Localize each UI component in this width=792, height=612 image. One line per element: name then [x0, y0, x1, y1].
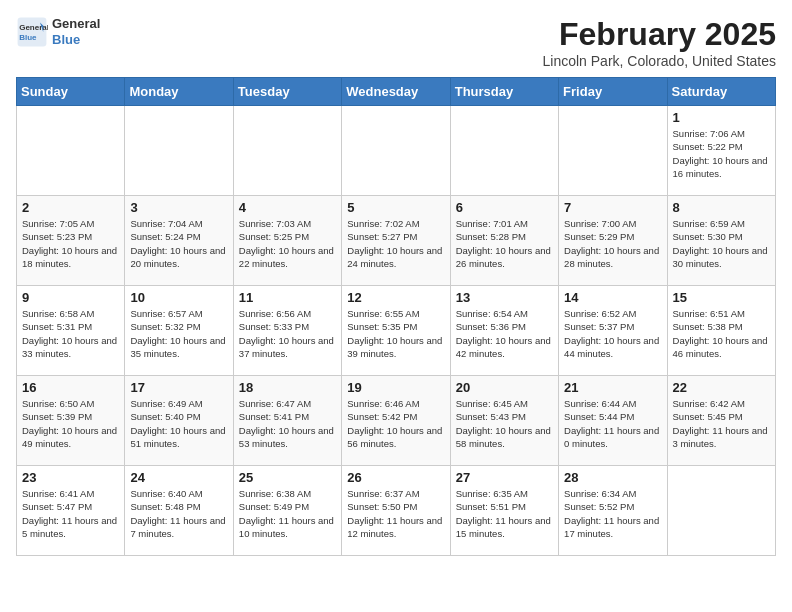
day-info: Sunrise: 7:03 AM Sunset: 5:25 PM Dayligh… — [239, 217, 336, 270]
calendar-cell: 3Sunrise: 7:04 AM Sunset: 5:24 PM Daylig… — [125, 196, 233, 286]
logo-text: General Blue — [52, 16, 100, 47]
day-info: Sunrise: 6:42 AM Sunset: 5:45 PM Dayligh… — [673, 397, 770, 450]
calendar-week-row: 2Sunrise: 7:05 AM Sunset: 5:23 PM Daylig… — [17, 196, 776, 286]
day-number: 21 — [564, 380, 661, 395]
day-number: 9 — [22, 290, 119, 305]
svg-text:General: General — [19, 23, 48, 32]
calendar-cell: 16Sunrise: 6:50 AM Sunset: 5:39 PM Dayli… — [17, 376, 125, 466]
calendar-cell: 8Sunrise: 6:59 AM Sunset: 5:30 PM Daylig… — [667, 196, 775, 286]
day-number: 23 — [22, 470, 119, 485]
day-info: Sunrise: 6:55 AM Sunset: 5:35 PM Dayligh… — [347, 307, 444, 360]
day-info: Sunrise: 7:00 AM Sunset: 5:29 PM Dayligh… — [564, 217, 661, 270]
day-info: Sunrise: 7:05 AM Sunset: 5:23 PM Dayligh… — [22, 217, 119, 270]
calendar-cell — [17, 106, 125, 196]
day-number: 20 — [456, 380, 553, 395]
calendar-cell: 1Sunrise: 7:06 AM Sunset: 5:22 PM Daylig… — [667, 106, 775, 196]
calendar-cell: 28Sunrise: 6:34 AM Sunset: 5:52 PM Dayli… — [559, 466, 667, 556]
day-info: Sunrise: 6:34 AM Sunset: 5:52 PM Dayligh… — [564, 487, 661, 540]
day-number: 12 — [347, 290, 444, 305]
calendar-cell: 18Sunrise: 6:47 AM Sunset: 5:41 PM Dayli… — [233, 376, 341, 466]
day-info: Sunrise: 6:38 AM Sunset: 5:49 PM Dayligh… — [239, 487, 336, 540]
calendar-cell: 4Sunrise: 7:03 AM Sunset: 5:25 PM Daylig… — [233, 196, 341, 286]
calendar-cell: 14Sunrise: 6:52 AM Sunset: 5:37 PM Dayli… — [559, 286, 667, 376]
calendar-cell: 25Sunrise: 6:38 AM Sunset: 5:49 PM Dayli… — [233, 466, 341, 556]
day-info: Sunrise: 6:45 AM Sunset: 5:43 PM Dayligh… — [456, 397, 553, 450]
calendar-cell — [667, 466, 775, 556]
day-info: Sunrise: 7:04 AM Sunset: 5:24 PM Dayligh… — [130, 217, 227, 270]
calendar-cell: 20Sunrise: 6:45 AM Sunset: 5:43 PM Dayli… — [450, 376, 558, 466]
month-title: February 2025 — [543, 16, 776, 53]
day-number: 24 — [130, 470, 227, 485]
weekday-header: Wednesday — [342, 78, 450, 106]
calendar-cell: 24Sunrise: 6:40 AM Sunset: 5:48 PM Dayli… — [125, 466, 233, 556]
day-info: Sunrise: 6:44 AM Sunset: 5:44 PM Dayligh… — [564, 397, 661, 450]
day-number: 5 — [347, 200, 444, 215]
day-info: Sunrise: 6:49 AM Sunset: 5:40 PM Dayligh… — [130, 397, 227, 450]
day-number: 2 — [22, 200, 119, 215]
calendar-cell: 5Sunrise: 7:02 AM Sunset: 5:27 PM Daylig… — [342, 196, 450, 286]
weekday-header: Sunday — [17, 78, 125, 106]
day-info: Sunrise: 6:56 AM Sunset: 5:33 PM Dayligh… — [239, 307, 336, 360]
calendar-cell: 12Sunrise: 6:55 AM Sunset: 5:35 PM Dayli… — [342, 286, 450, 376]
day-number: 6 — [456, 200, 553, 215]
day-number: 1 — [673, 110, 770, 125]
day-info: Sunrise: 6:51 AM Sunset: 5:38 PM Dayligh… — [673, 307, 770, 360]
day-info: Sunrise: 7:01 AM Sunset: 5:28 PM Dayligh… — [456, 217, 553, 270]
calendar-cell: 27Sunrise: 6:35 AM Sunset: 5:51 PM Dayli… — [450, 466, 558, 556]
weekday-header: Monday — [125, 78, 233, 106]
calendar-cell: 6Sunrise: 7:01 AM Sunset: 5:28 PM Daylig… — [450, 196, 558, 286]
day-number: 22 — [673, 380, 770, 395]
day-number: 13 — [456, 290, 553, 305]
calendar-cell: 9Sunrise: 6:58 AM Sunset: 5:31 PM Daylig… — [17, 286, 125, 376]
day-number: 19 — [347, 380, 444, 395]
day-number: 4 — [239, 200, 336, 215]
day-number: 16 — [22, 380, 119, 395]
day-info: Sunrise: 6:59 AM Sunset: 5:30 PM Dayligh… — [673, 217, 770, 270]
day-number: 26 — [347, 470, 444, 485]
day-number: 14 — [564, 290, 661, 305]
day-info: Sunrise: 6:52 AM Sunset: 5:37 PM Dayligh… — [564, 307, 661, 360]
day-number: 3 — [130, 200, 227, 215]
calendar-cell: 22Sunrise: 6:42 AM Sunset: 5:45 PM Dayli… — [667, 376, 775, 466]
calendar-cell — [125, 106, 233, 196]
location-title: Lincoln Park, Colorado, United States — [543, 53, 776, 69]
day-number: 7 — [564, 200, 661, 215]
calendar-cell: 7Sunrise: 7:00 AM Sunset: 5:29 PM Daylig… — [559, 196, 667, 286]
day-info: Sunrise: 7:02 AM Sunset: 5:27 PM Dayligh… — [347, 217, 444, 270]
day-number: 28 — [564, 470, 661, 485]
day-info: Sunrise: 6:47 AM Sunset: 5:41 PM Dayligh… — [239, 397, 336, 450]
calendar-week-row: 16Sunrise: 6:50 AM Sunset: 5:39 PM Dayli… — [17, 376, 776, 466]
svg-text:Blue: Blue — [19, 33, 37, 42]
calendar-week-row: 1Sunrise: 7:06 AM Sunset: 5:22 PM Daylig… — [17, 106, 776, 196]
day-info: Sunrise: 6:46 AM Sunset: 5:42 PM Dayligh… — [347, 397, 444, 450]
calendar: SundayMondayTuesdayWednesdayThursdayFrid… — [16, 77, 776, 556]
weekday-header-row: SundayMondayTuesdayWednesdayThursdayFrid… — [17, 78, 776, 106]
day-info: Sunrise: 6:41 AM Sunset: 5:47 PM Dayligh… — [22, 487, 119, 540]
day-info: Sunrise: 7:06 AM Sunset: 5:22 PM Dayligh… — [673, 127, 770, 180]
header: General Blue General Blue February 2025 … — [16, 16, 776, 69]
logo-general: General — [52, 16, 100, 32]
day-number: 18 — [239, 380, 336, 395]
day-number: 25 — [239, 470, 336, 485]
day-info: Sunrise: 6:37 AM Sunset: 5:50 PM Dayligh… — [347, 487, 444, 540]
title-area: February 2025 Lincoln Park, Colorado, Un… — [543, 16, 776, 69]
day-info: Sunrise: 6:58 AM Sunset: 5:31 PM Dayligh… — [22, 307, 119, 360]
calendar-cell: 21Sunrise: 6:44 AM Sunset: 5:44 PM Dayli… — [559, 376, 667, 466]
calendar-cell — [450, 106, 558, 196]
calendar-cell: 19Sunrise: 6:46 AM Sunset: 5:42 PM Dayli… — [342, 376, 450, 466]
day-number: 15 — [673, 290, 770, 305]
weekday-header: Saturday — [667, 78, 775, 106]
day-info: Sunrise: 6:35 AM Sunset: 5:51 PM Dayligh… — [456, 487, 553, 540]
day-info: Sunrise: 6:40 AM Sunset: 5:48 PM Dayligh… — [130, 487, 227, 540]
calendar-cell: 26Sunrise: 6:37 AM Sunset: 5:50 PM Dayli… — [342, 466, 450, 556]
calendar-cell: 13Sunrise: 6:54 AM Sunset: 5:36 PM Dayli… — [450, 286, 558, 376]
day-info: Sunrise: 6:50 AM Sunset: 5:39 PM Dayligh… — [22, 397, 119, 450]
day-number: 10 — [130, 290, 227, 305]
calendar-cell: 10Sunrise: 6:57 AM Sunset: 5:32 PM Dayli… — [125, 286, 233, 376]
weekday-header: Thursday — [450, 78, 558, 106]
calendar-cell: 17Sunrise: 6:49 AM Sunset: 5:40 PM Dayli… — [125, 376, 233, 466]
day-number: 11 — [239, 290, 336, 305]
calendar-cell — [233, 106, 341, 196]
logo: General Blue General Blue — [16, 16, 100, 48]
calendar-week-row: 9Sunrise: 6:58 AM Sunset: 5:31 PM Daylig… — [17, 286, 776, 376]
